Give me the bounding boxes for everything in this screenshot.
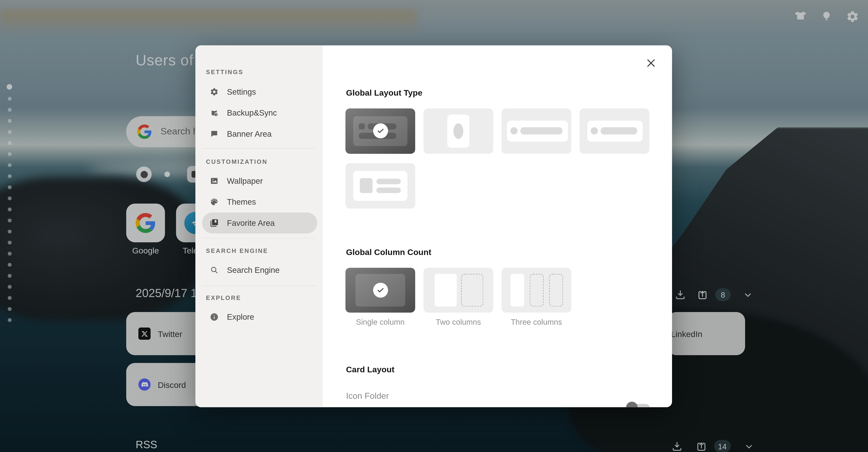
close-icon[interactable] (646, 58, 657, 69)
heading-global-layout-type: Global Layout Type (346, 88, 423, 97)
column-option-single[interactable] (345, 268, 415, 313)
column-option-label: Two columns (424, 318, 493, 326)
column-option-label: Three columns (502, 318, 571, 326)
modal-sidebar: SETTINGS Settings Backup&Sync Banner Are… (195, 45, 323, 407)
layout-option-single-page[interactable] (424, 108, 493, 154)
sidebar-item-label: Search Engine (227, 265, 280, 275)
check-icon (373, 124, 388, 138)
column-option-three[interactable] (502, 268, 571, 313)
column-option-label: Single column (345, 318, 415, 326)
layout-option-detail-card[interactable] (345, 163, 415, 208)
banner-icon (210, 129, 219, 138)
sidebar-item-search-engine[interactable]: Search Engine (195, 259, 323, 280)
sidebar-item-backup-sync[interactable]: Backup&Sync (195, 102, 323, 123)
sidebar-section-explore: EXPLORE (206, 294, 241, 301)
sidebar-item-label: Explore (227, 313, 254, 321)
sidebar-section-search-engine: SEARCH ENGINE (206, 247, 268, 254)
image-icon (210, 176, 219, 185)
heading-global-column-count: Global Column Count (346, 247, 431, 257)
heading-card-layout: Card Layout (346, 365, 395, 374)
sidebar-divider (202, 238, 316, 238)
settings-modal: SETTINGS Settings Backup&Sync Banner Are… (195, 45, 672, 407)
icon-folder-label: Icon Folder (346, 391, 389, 401)
search-icon (210, 265, 219, 275)
database-sync-icon (210, 108, 219, 117)
sidebar-item-settings[interactable]: Settings (195, 82, 323, 102)
sidebar-item-label: Settings (227, 87, 256, 96)
sidebar-section-settings: SETTINGS (206, 69, 243, 75)
sidebar-item-label: Themes (227, 198, 256, 206)
info-icon (210, 313, 219, 321)
sidebar-item-banner-area[interactable]: Banner Area (195, 124, 323, 144)
sidebar-item-label: Favorite Area (227, 219, 275, 227)
sidebar-item-explore[interactable]: Explore (195, 306, 323, 327)
bookmark-icon (210, 219, 219, 227)
sidebar-item-label: Wallpaper (227, 176, 263, 185)
screen: Users of Bo Google (0, 0, 868, 452)
layout-option-list-wide[interactable] (502, 108, 571, 154)
sidebar-section-customization: CUSTOMIZATION (206, 158, 268, 165)
sidebar-item-favorite-area[interactable]: Favorite Area (195, 213, 323, 233)
gear-icon (210, 87, 219, 96)
icon-folder-toggle-knob[interactable] (626, 402, 638, 407)
layout-option-card-selected[interactable] (345, 108, 415, 154)
sidebar-item-label: Banner Area (227, 129, 272, 138)
check-icon (373, 283, 388, 298)
sidebar-divider (202, 148, 316, 149)
layout-option-list-narrow[interactable] (580, 108, 649, 154)
sidebar-divider (202, 286, 316, 286)
sidebar-item-wallpaper[interactable]: Wallpaper (195, 170, 323, 191)
sidebar-item-label: Backup&Sync (227, 108, 277, 117)
sidebar-item-themes[interactable]: Themes (195, 191, 323, 213)
palette-icon (210, 198, 219, 206)
column-option-two[interactable] (424, 268, 493, 313)
